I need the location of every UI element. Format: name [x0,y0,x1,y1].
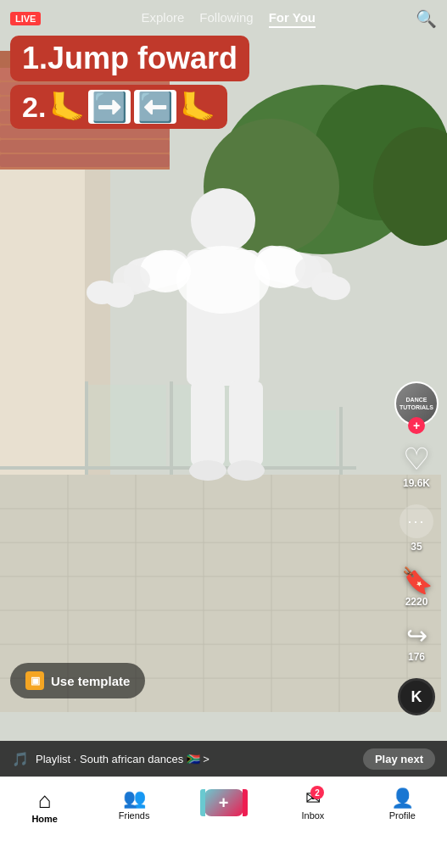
inbox-label: Inbox [301,810,324,821]
use-template-button[interactable]: ▣ Use template [10,663,145,698]
tab-explore[interactable]: Explore [141,10,184,28]
share-action[interactable]: ↪ 176 [406,623,427,663]
svg-rect-20 [339,407,343,475]
bookmark-action[interactable]: 🔖 2220 [401,568,433,608]
playlist-info[interactable]: 🎵 Playlist · South african dances 🇿🇦 > [12,751,210,767]
svg-rect-16 [0,466,356,470]
friends-label: Friends [119,810,150,821]
svg-point-43 [189,460,226,481]
inbox-badge: 2 [310,786,324,799]
svg-rect-8 [0,140,170,153]
svg-rect-18 [170,381,173,475]
bookmark-icon: 🔖 [401,568,433,593]
use-template-label: Use template [51,674,130,688]
search-icon[interactable]: 🔍 [416,8,437,29]
live-badge: LIVE [10,12,41,25]
profile-icon: 👤 [391,789,414,808]
svg-point-44 [227,460,265,481]
create-button[interactable]: + [204,789,243,816]
svg-rect-23 [258,410,336,466]
like-action[interactable]: ♡ 19.6K [403,444,430,489]
comment-action[interactable]: ··· 35 [400,504,433,553]
like-icon: ♡ [403,444,430,475]
template-icon: ▣ [25,671,44,690]
share-count: 176 [408,651,425,663]
nav-item-home[interactable]: ⌂ Home [0,789,89,824]
dance-line-1: 1.Jump foward [10,36,249,81]
svg-point-45 [176,246,270,314]
play-next-button[interactable]: Play next [363,748,435,770]
svg-rect-21 [88,385,166,466]
share-icon: ↪ [406,623,427,648]
home-icon: ⌂ [38,789,52,811]
follow-button[interactable]: + [408,417,425,434]
bottom-navigation: ⌂ Home 👥 Friends + ✉ 2 Inbox 👤 Profile [0,776,447,868]
nav-tabs: Explore Following For You [141,10,316,28]
comment-icon: ··· [400,504,433,538]
inbox-wrapper: ✉ 2 [305,789,321,808]
svg-rect-17 [85,381,88,475]
nav-item-friends[interactable]: 👥 Friends [89,789,178,821]
nav-item-profile[interactable]: 👤 Profile [358,789,447,821]
svg-rect-9 [0,154,170,167]
nav-item-create[interactable]: + [179,789,268,816]
top-navigation: LIVE Explore Following For You 🔍 [0,0,447,37]
svg-point-53 [320,276,350,300]
playlist-bar: 🎵 Playlist · South african dances 🇿🇦 > P… [0,741,447,776]
home-label: Home [31,814,58,824]
svg-rect-41 [191,381,225,466]
friends-icon: 👥 [123,789,146,808]
playlist-icon: 🎵 [12,751,29,767]
like-count: 19.6K [403,477,430,489]
nav-item-inbox[interactable]: ✉ 2 Inbox [268,789,357,821]
tab-for-you[interactable]: For You [269,10,316,28]
creator-avatar-container[interactable]: DANCETUTORIALS + [394,381,439,426]
svg-point-37 [191,188,255,253]
comment-count: 35 [411,541,422,553]
right-sidebar-actions: DANCETUTORIALS + ♡ 19.6K ··· 35 🔖 2220 ↪… [394,381,439,715]
tab-following[interactable]: Following [199,10,253,28]
svg-rect-42 [229,381,263,466]
dance-instruction-overlay: 1.Jump foward 2. 🦶 ➡️ ⬅️ 🦶 [10,36,447,129]
video-background [0,0,447,868]
svg-point-52 [87,281,117,304]
music-disc[interactable]: K [398,678,435,715]
bookmark-count: 2220 [405,596,428,608]
playlist-text: Playlist · South african dances 🇿🇦 > [36,753,210,765]
dance-line-2: 2. 🦶 ➡️ ⬅️ 🦶 [10,85,227,129]
profile-label: Profile [389,810,416,821]
